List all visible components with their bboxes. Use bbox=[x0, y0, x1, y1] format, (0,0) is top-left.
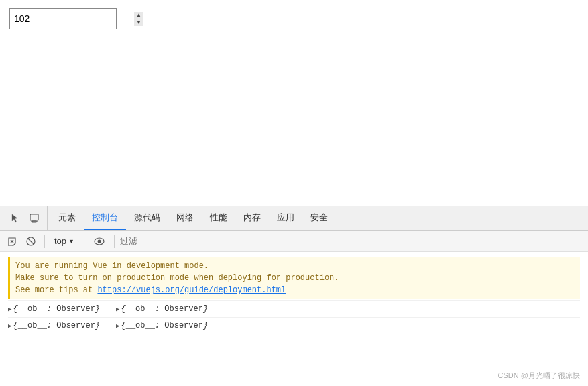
block-icon bbox=[26, 237, 36, 246]
svg-line-7 bbox=[28, 238, 34, 244]
block-requests-button[interactable] bbox=[23, 233, 39, 249]
watermark: CSDN @月光晒了很凉快 bbox=[498, 371, 580, 381]
devtools-panel: 元素 控制台 源代码 网络 性能 内存 应用 安全 bbox=[0, 206, 588, 386]
console-content: You are running Vue in development mode.… bbox=[0, 252, 588, 386]
top-area: ▲ ▼ bbox=[0, 0, 588, 181]
clear-console-button[interactable] bbox=[4, 233, 20, 249]
number-input-wrapper[interactable]: ▲ ▼ bbox=[9, 8, 117, 29]
toolbar-separator-1 bbox=[44, 235, 45, 248]
observer-row-1: ▶ {__ob__: Observer} ▶ {__ob__: Observer… bbox=[8, 300, 580, 317]
tab-memory[interactable]: 内存 bbox=[235, 206, 269, 230]
tab-performance[interactable]: 性能 bbox=[202, 206, 235, 230]
eye-icon bbox=[94, 237, 105, 245]
spinner-up-button[interactable]: ▲ bbox=[134, 12, 143, 19]
tab-network[interactable]: 网络 bbox=[168, 206, 202, 230]
deployment-link[interactable]: https://vuejs.org/guide/deployment.html bbox=[97, 285, 286, 295]
device-icon-btn[interactable] bbox=[27, 211, 42, 226]
triangle-icon-4[interactable]: ▶ bbox=[116, 322, 119, 330]
cursor-icon bbox=[11, 214, 20, 223]
toolbar-separator-2 bbox=[84, 235, 84, 248]
toolbar-separator-3 bbox=[114, 235, 115, 248]
triangle-icon-3[interactable]: ▶ bbox=[8, 322, 11, 330]
cursor-icon-btn[interactable] bbox=[8, 211, 23, 226]
observer-2-left: ▶ {__ob__: Observer} bbox=[8, 321, 100, 330]
svg-point-9 bbox=[98, 239, 101, 243]
observer-1-right: ▶ {__ob__: Observer} bbox=[116, 304, 208, 314]
filter-input[interactable] bbox=[120, 236, 200, 246]
vue-warning-message: You are running Vue in development mode.… bbox=[8, 257, 580, 299]
tab-security[interactable]: 安全 bbox=[302, 206, 336, 230]
eye-button[interactable] bbox=[90, 233, 109, 249]
triangle-icon-2[interactable]: ▶ bbox=[116, 306, 119, 313]
tab-application[interactable]: 应用 bbox=[269, 206, 302, 230]
clear-icon bbox=[7, 237, 17, 246]
tab-console[interactable]: 控制台 bbox=[84, 206, 126, 230]
tab-icons bbox=[3, 206, 48, 230]
tab-elements[interactable]: 元素 bbox=[50, 206, 84, 230]
console-toolbar: top ▼ bbox=[0, 231, 588, 252]
observer-2-right: ▶ {__ob__: Observer} bbox=[116, 321, 208, 330]
tab-bar: 元素 控制台 源代码 网络 性能 内存 应用 安全 bbox=[0, 206, 588, 231]
tab-sources[interactable]: 源代码 bbox=[126, 206, 168, 230]
number-input[interactable] bbox=[14, 13, 131, 24]
top-selector[interactable]: top ▼ bbox=[50, 235, 78, 247]
device-icon bbox=[30, 214, 39, 223]
observer-1-left: ▶ {__ob__: Observer} bbox=[8, 304, 100, 314]
svg-rect-0 bbox=[30, 214, 38, 220]
spinner-buttons: ▲ ▼ bbox=[134, 12, 143, 26]
triangle-icon-1[interactable]: ▶ bbox=[8, 306, 11, 313]
tabs: 元素 控制台 源代码 网络 性能 内存 应用 安全 bbox=[48, 206, 339, 230]
observer-row-2: ▶ {__ob__: Observer} ▶ {__ob__: Observer… bbox=[8, 317, 580, 334]
svg-marker-3 bbox=[9, 238, 15, 246]
spinner-down-button[interactable]: ▼ bbox=[134, 19, 143, 26]
